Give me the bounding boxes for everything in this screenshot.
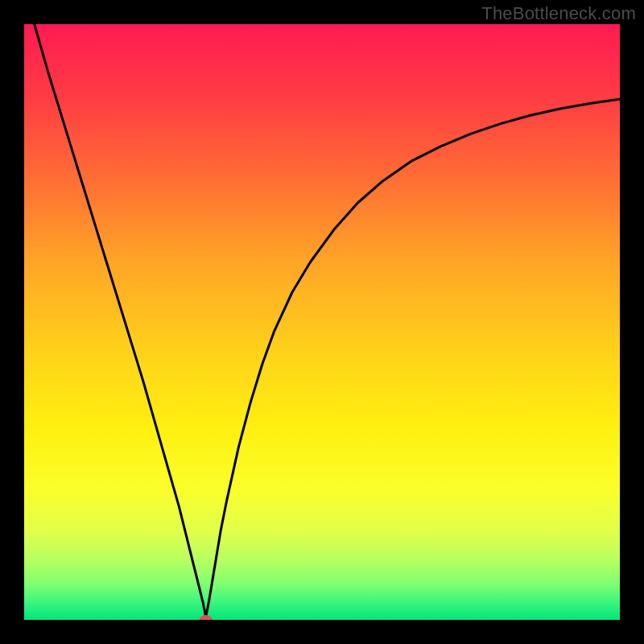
chart-frame: TheBottleneck.com <box>0 0 644 644</box>
watermark-text: TheBottleneck.com <box>481 3 636 24</box>
plot-svg <box>24 24 620 620</box>
plot-area <box>24 24 620 620</box>
gradient-background <box>24 24 620 620</box>
